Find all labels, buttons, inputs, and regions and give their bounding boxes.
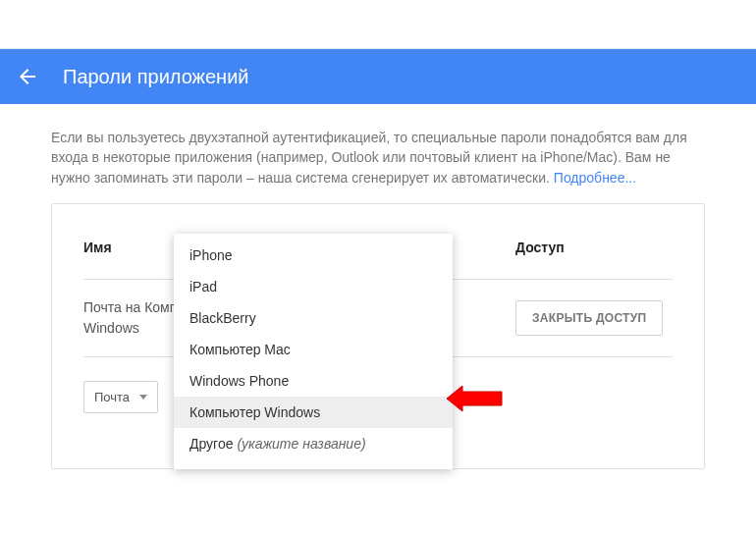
back-arrow-icon[interactable] — [16, 65, 39, 88]
device-dropdown: iPhoneiPadBlackBerryКомпьютер MacWindows… — [174, 234, 453, 469]
learn-more-link[interactable]: Подробнее... — [554, 170, 636, 186]
dropdown-item[interactable]: Компьютер Windows — [174, 397, 453, 428]
page-title: Пароли приложений — [63, 66, 249, 88]
page-header: Пароли приложений — [0, 49, 756, 104]
dropdown-item[interactable]: BlackBerry — [174, 302, 453, 334]
chevron-down-icon — [139, 395, 147, 400]
app-select[interactable]: Почта — [83, 381, 158, 413]
topbar — [0, 0, 756, 49]
description-text: Если вы пользуетесь двухэтапной аутентиф… — [0, 104, 756, 203]
dropdown-item[interactable]: iPad — [174, 271, 453, 302]
dropdown-item[interactable]: iPhone — [174, 240, 453, 271]
dropdown-item[interactable]: Компьютер Mac — [174, 334, 453, 365]
revoke-button[interactable]: ЗАКРЫТЬ ДОСТУП — [515, 300, 663, 336]
dropdown-item[interactable]: Windows Phone — [174, 365, 453, 397]
row-access: ЗАКРЫТЬ ДОСТУП — [515, 300, 673, 336]
app-select-label: Почта — [94, 390, 130, 404]
col-access-header: Доступ — [515, 240, 673, 255]
row-name-line2: Windows — [83, 320, 139, 336]
dropdown-item-other[interactable]: Другое (укажите название) — [174, 428, 453, 459]
app-passwords-card: Имя о- Доступ Почта на Компьют Windows З… — [51, 203, 705, 469]
